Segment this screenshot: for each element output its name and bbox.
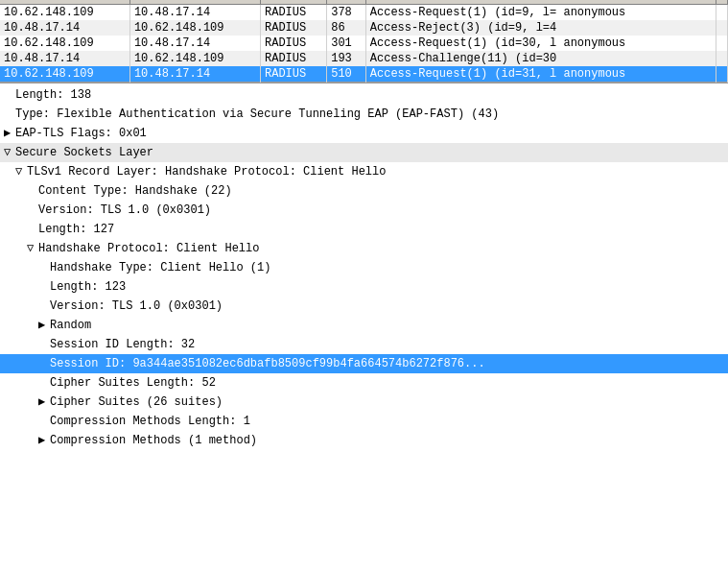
cell-length: 86 [327,20,366,36]
detail-text: Cipher Suites Length: 52 [50,376,216,390]
detail-line[interactable]: Length: 127 [0,220,728,239]
detail-line[interactable]: ▶ EAP-TLS Flags: 0x01 [0,124,728,143]
cell-username [716,66,728,83]
detail-line[interactable]: Version: TLS 1.0 (0x0301) [0,201,728,220]
cell-destination: 10.62.148.109 [129,51,260,66]
no-expand-icon [38,336,48,353]
cell-username [716,5,728,21]
no-expand-icon [38,259,48,276]
table-row[interactable]: 10.48.17.1410.62.148.109RADIUS193Access-… [0,51,728,66]
detail-line[interactable]: Length: 123 [0,277,728,297]
detail-text: Session ID: 9a344ae351082ec6dbafb8509cf9… [50,357,485,370]
detail-text: Version: TLS 1.0 (0x0301) [38,203,211,217]
detail-text: Length: 138 [15,88,91,102]
detail-text: Handshake Type: Client Hello (1) [50,261,270,274]
detail-text: Compression Methods Length: 1 [50,415,250,428]
detail-text: Content Type: Handshake (22) [38,184,232,198]
table-row[interactable]: 10.62.148.10910.48.17.14RADIUS301Access-… [0,36,728,51]
detail-line[interactable]: ▽ Secure Sockets Layer [0,143,728,162]
cell-source: 10.62.148.109 [0,5,129,21]
detail-text: Length: 127 [38,223,114,236]
cell-info: Access-Request(1) (id=31, l anonymous [365,66,716,83]
cell-destination: 10.48.17.14 [129,5,260,21]
detail-text: Length: 123 [50,280,126,294]
table-row[interactable]: 10.62.148.10910.48.17.14RADIUS378Access-… [0,5,728,21]
detail-line[interactable]: ▶ Cipher Suites (26 suites) [0,393,728,412]
no-expand-icon [38,298,48,315]
detail-text: Handshake Protocol: Client Hello [38,242,259,255]
no-expand-icon [38,278,48,296]
cell-protocol: RADIUS [260,20,326,36]
cell-length: 301 [327,36,366,51]
cell-username [716,20,728,36]
cell-source: 10.48.17.14 [0,51,129,66]
packet-list-table: 10.62.148.10910.48.17.14RADIUS378Access-… [0,0,728,83]
no-expand-icon [4,86,13,104]
no-expand-icon [27,182,36,200]
detail-text: Version: TLS 1.0 (0x0301) [50,299,223,313]
no-expand-icon [38,413,48,430]
detail-line[interactable]: Content Type: Handshake (22) [0,181,728,201]
no-expand-icon [4,106,13,123]
detail-line[interactable]: Session ID Length: 32 [0,335,728,354]
packet-list-body: 10.62.148.10910.48.17.14RADIUS378Access-… [0,5,728,83]
detail-text: EAP-TLS Flags: 0x01 [15,127,147,140]
cell-protocol: RADIUS [260,51,326,66]
collapsed-icon[interactable]: ▶ [38,393,48,411]
cell-destination: 10.48.17.14 [129,66,260,83]
cell-username [716,36,728,51]
detail-line[interactable]: ▶ Random [0,316,728,335]
cell-info: Access-Reject(3) (id=9, l=4 [365,20,716,36]
expanded-icon[interactable]: ▽ [15,163,25,180]
detail-text: Cipher Suites (26 suites) [50,395,223,409]
detail-text: Session ID Length: 32 [50,338,195,351]
detail-text: Secure Sockets Layer [15,146,153,159]
no-expand-icon [27,221,36,238]
detail-text: Random [50,319,91,332]
cell-length: 510 [327,66,366,83]
cell-length: 193 [327,51,366,66]
detail-text: Compression Methods (1 method) [50,434,257,447]
expanded-icon[interactable]: ▽ [4,144,13,161]
cell-username [716,51,728,66]
table-row[interactable]: 10.62.148.10910.48.17.14RADIUS510Access-… [0,66,728,83]
table-row[interactable]: 10.48.17.1410.62.148.109RADIUS86Access-R… [0,20,728,36]
cell-destination: 10.48.17.14 [129,36,260,51]
detail-line[interactable]: ▽ Handshake Protocol: Client Hello [0,239,728,258]
expanded-icon[interactable]: ▽ [27,240,36,257]
collapsed-icon[interactable]: ▶ [38,432,48,449]
detail-line[interactable]: Compression Methods Length: 1 [0,412,728,431]
detail-line[interactable]: ▶ Compression Methods (1 method) [0,431,728,450]
detail-text: Type: Flexible Authentication via Secure… [15,107,499,121]
cell-source: 10.62.148.109 [0,36,129,51]
detail-line[interactable]: Length: 138 [0,85,728,105]
cell-info: Access-Request(1) (id=9, l= anonymous [365,5,716,21]
detail-line[interactable]: Handshake Type: Client Hello (1) [0,258,728,277]
no-expand-icon [27,202,36,219]
detail-line[interactable]: Session ID: 9a344ae351082ec6dbafb8509cf9… [0,354,728,373]
cell-destination: 10.62.148.109 [129,20,260,36]
detail-panel: Length: 138 Type: Flexible Authenticatio… [0,83,728,452]
cell-info: Access-Challenge(11) (id=30 [365,51,716,66]
cell-protocol: RADIUS [260,5,326,21]
cell-protocol: RADIUS [260,36,326,51]
cell-info: Access-Request(1) (id=30, l anonymous [365,36,716,51]
cell-source: 10.62.148.109 [0,66,129,83]
detail-line[interactable]: Cipher Suites Length: 52 [0,373,728,393]
no-expand-icon [38,355,48,372]
cell-source: 10.48.17.14 [0,20,129,36]
collapsed-icon[interactable]: ▶ [38,317,48,334]
detail-line[interactable]: ▽ TLSv1 Record Layer: Handshake Protocol… [0,162,728,181]
detail-line[interactable]: Type: Flexible Authentication via Secure… [0,105,728,124]
collapsed-icon[interactable]: ▶ [4,125,13,142]
detail-line[interactable]: Version: TLS 1.0 (0x0301) [0,297,728,316]
detail-text: TLSv1 Record Layer: Handshake Protocol: … [27,165,386,179]
cell-protocol: RADIUS [260,66,326,83]
no-expand-icon [38,374,48,392]
cell-length: 378 [327,5,366,21]
